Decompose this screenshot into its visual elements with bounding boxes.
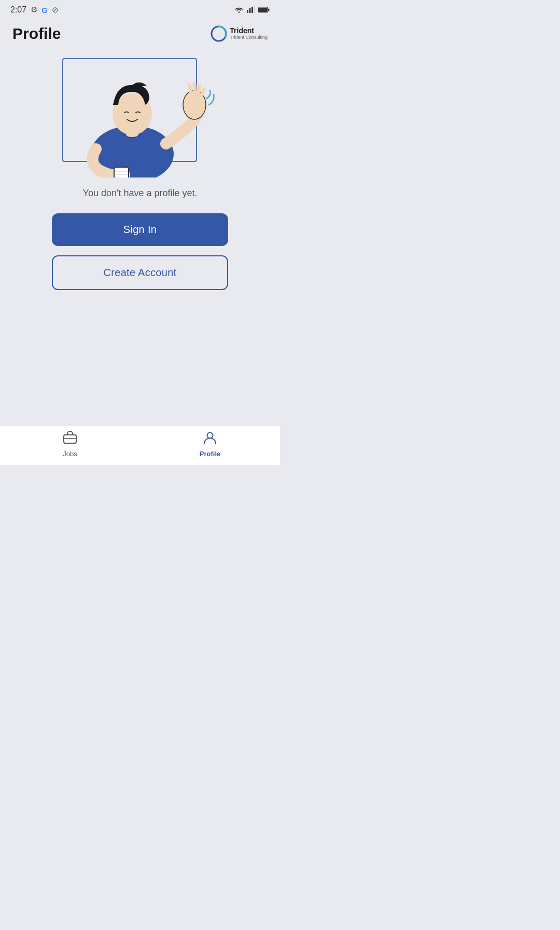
no-profile-text: You don't have a profile yet. [83, 188, 198, 199]
svg-rect-12 [114, 167, 129, 177]
svg-line-16 [189, 85, 191, 91]
nav-item-jobs[interactable]: Jobs [0, 431, 140, 458]
bottom-nav: Jobs Profile [0, 425, 280, 465]
svg-point-22 [207, 433, 213, 439]
svg-line-17 [194, 84, 195, 91]
svg-rect-2 [249, 8, 251, 13]
person-icon [203, 431, 217, 448]
status-left: 2:07 ⚙ G ⊘ [10, 5, 59, 15]
nav-item-profile[interactable]: Profile [140, 431, 280, 458]
logo-text: Trident Trident Consulting [230, 27, 268, 40]
svg-line-19 [202, 89, 204, 95]
blocked-icon: ⊘ [52, 5, 59, 15]
wifi-icon [234, 6, 244, 15]
svg-rect-7 [259, 8, 268, 12]
illustration-wrapper [52, 58, 228, 172]
google-icon: G [41, 6, 48, 15]
settings-icon: ⚙ [31, 5, 37, 15]
signal-icon [247, 6, 255, 15]
trident-logo-icon [211, 25, 227, 42]
trident-logo: Trident Trident Consulting [211, 25, 268, 42]
logo-sub-name: Trident Consulting [230, 35, 268, 40]
status-right [234, 6, 270, 15]
svg-rect-4 [254, 6, 256, 13]
svg-rect-20 [64, 435, 76, 443]
person-illustration [52, 53, 228, 177]
briefcase-icon [63, 431, 77, 448]
page-title: Profile [12, 25, 61, 43]
svg-rect-1 [247, 10, 248, 13]
nav-label-profile: Profile [200, 450, 220, 458]
create-account-button[interactable]: Create Account [52, 255, 228, 290]
logo-brand-name: Trident [230, 27, 268, 35]
sign-in-button[interactable]: Sign In [52, 213, 228, 246]
svg-rect-6 [268, 8, 270, 11]
svg-line-18 [199, 86, 199, 92]
battery-icon [258, 6, 270, 15]
main-content: You don't have a profile yet. Sign In Cr… [0, 48, 280, 425]
status-time: 2:07 [10, 5, 26, 15]
nav-label-jobs: Jobs [63, 450, 77, 458]
status-bar: 2:07 ⚙ G ⊘ [0, 0, 280, 18]
header: Profile Trident Trident Consulting [0, 18, 280, 48]
svg-rect-3 [251, 7, 253, 13]
